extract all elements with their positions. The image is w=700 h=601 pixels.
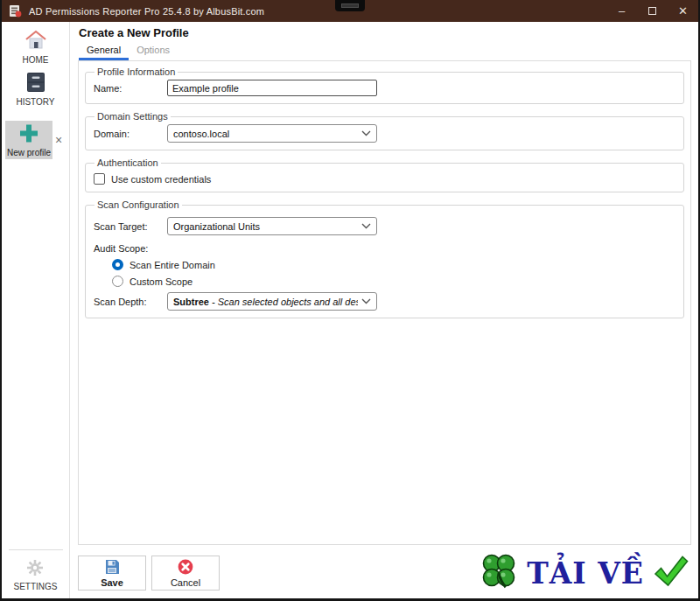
scan-target-label: Scan Target: [94, 221, 167, 232]
gear-icon [26, 559, 44, 580]
save-icon [104, 559, 120, 577]
window-title: AD Permissions Reporter Pro 25.4.8 by Al… [29, 6, 264, 17]
sidebar-item-label: New profile [7, 148, 51, 157]
scan-depth-value-rest: - Scan selected objects and all descenda… [209, 297, 358, 307]
app-window: AD Permissions Reporter Pro 25.4.8 by Al… [0, 0, 700, 601]
history-icon [27, 73, 45, 95]
tab-options[interactable]: Options [129, 42, 178, 60]
audit-scope-label: Audit Scope: [94, 243, 676, 254]
group-legend: Authentication [94, 157, 161, 168]
tab-general[interactable]: General [79, 42, 129, 60]
chevron-down-icon [361, 130, 371, 136]
sidebar-item-home[interactable]: HOME [23, 30, 49, 65]
screen-notch [335, 0, 365, 11]
sidebar-item-new-profile-row: New profile × [2, 121, 69, 159]
close-button[interactable]: ✕ [668, 0, 698, 22]
scan-depth-label: Scan Depth: [94, 297, 167, 307]
maximize-icon [648, 7, 656, 15]
cancel-icon [178, 559, 193, 577]
sidebar-item-label: SETTINGS [13, 582, 57, 591]
sidebar-bottom: SETTINGS [2, 549, 69, 598]
cancel-button[interactable]: Cancel [151, 556, 220, 591]
sidebar-divider [9, 549, 63, 550]
main-content: Create a New Profile General Options Pro… [70, 22, 698, 598]
scan-target-combobox-value: Organizational Units [173, 221, 358, 232]
group-domain-settings: Domain Settings Domain: contoso.local [85, 111, 684, 150]
domain-combobox[interactable]: contoso.local [167, 124, 377, 143]
plus-icon [18, 123, 39, 147]
group-legend: Scan Configuration [94, 199, 182, 210]
watermark: TẢI VỀ [480, 552, 691, 594]
group-profile-information: Profile Information Name: [85, 66, 684, 104]
chevron-down-icon [361, 298, 371, 304]
profile-name-input[interactable] [167, 80, 377, 96]
sidebar-item-label: HOME [23, 55, 49, 65]
sidebar-item-history[interactable]: HISTORY [16, 73, 54, 107]
window-controls: – ✕ [606, 0, 698, 22]
group-authentication: Authentication Use custom credentials [85, 157, 684, 192]
save-button[interactable]: Save [78, 556, 146, 591]
sidebar: HOME HISTORY [2, 22, 70, 598]
save-button-label: Save [101, 577, 123, 588]
tab-bar: General Options [79, 42, 691, 60]
close-profile-tab-icon[interactable]: × [55, 134, 62, 146]
clover-icon [480, 552, 518, 594]
radio-label: Custom Scope [130, 276, 192, 287]
minimize-button[interactable]: – [606, 0, 637, 22]
group-legend: Profile Information [94, 66, 178, 77]
page-title: Create a New Profile [79, 26, 691, 39]
notch-camera [341, 3, 359, 8]
group-scan-configuration: Scan Configuration Scan Target: Organiza… [85, 199, 684, 318]
radio-label: Scan Entire Domain [130, 260, 215, 270]
scan-target-combobox[interactable]: Organizational Units [167, 217, 377, 235]
radio-selected-icon [112, 259, 123, 270]
home-icon [24, 30, 47, 53]
sidebar-item-new-profile[interactable]: New profile [5, 121, 52, 159]
domain-combobox-value: contoso.local [173, 129, 358, 139]
titlebar: AD Permissions Reporter Pro 25.4.8 by Al… [2, 0, 698, 22]
domain-label: Domain: [94, 129, 167, 139]
scan-depth-value-bold: Subtree [173, 297, 209, 307]
chevron-down-icon [361, 223, 371, 229]
app-icon [9, 4, 22, 17]
scan-depth-combobox-value: Subtree - Scan selected objects and all … [173, 297, 358, 307]
checkmark-icon [653, 555, 690, 591]
group-legend: Domain Settings [94, 111, 171, 122]
use-custom-credentials-checkbox[interactable] [94, 173, 105, 185]
checkbox-label: Use custom credentials [111, 174, 211, 185]
cancel-button-label: Cancel [171, 577, 200, 588]
sidebar-item-label: HISTORY [16, 97, 54, 107]
radio-unselected-icon [112, 276, 123, 287]
radio-scan-entire-domain[interactable]: Scan Entire Domain [112, 259, 676, 270]
maximize-button[interactable] [637, 0, 668, 22]
name-label: Name: [94, 83, 167, 94]
radio-custom-scope[interactable]: Custom Scope [112, 276, 676, 287]
scan-depth-combobox[interactable]: Subtree - Scan selected objects and all … [167, 292, 377, 311]
tab-panel-general: Profile Information Name: Domain Setting… [78, 60, 691, 545]
footer: Save Cancel [78, 545, 691, 594]
watermark-text: TẢI VỀ [527, 559, 644, 588]
sidebar-item-settings[interactable]: SETTINGS [13, 559, 57, 591]
